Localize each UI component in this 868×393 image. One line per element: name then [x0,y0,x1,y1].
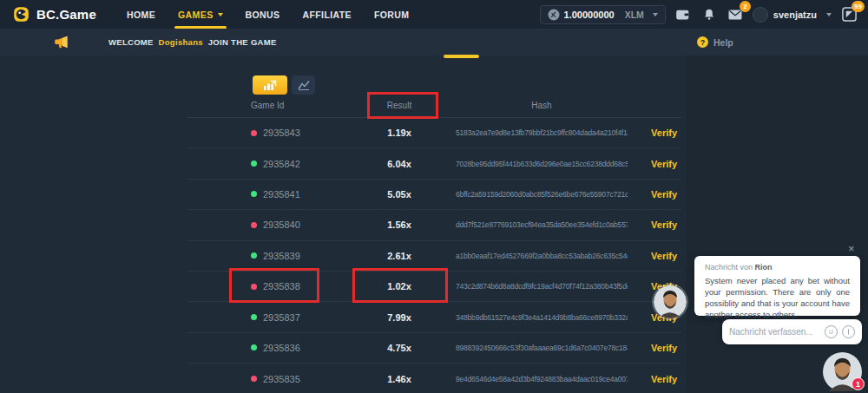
chat-message-text: System never placed any bet without your… [705,275,850,320]
status-dot [251,344,257,350]
game-id: 2935841 [263,189,300,200]
mail-badge: 2 [740,1,751,12]
help-button[interactable]: ? Help [697,36,733,48]
question-icon: ? [697,36,708,48]
nav-item-bonus[interactable]: BONUS [234,0,292,29]
nav-item-forum[interactable]: FORUM [363,0,421,29]
hash-value: ddd7f521e87769103ecf94ea35da50ee354efd1c… [456,220,628,229]
bc-game-page: BC.Game HOME GAMES BONUS AFFILIATE FORUM… [0,0,868,393]
result-value: 1.19x [343,128,456,138]
hash-value: 8988392450666c53f30afaaaea69c1d6a7c0407e… [456,344,628,352]
verify-link[interactable]: Verify [628,374,681,384]
chat-message-card: Nachricht von Rion System never placed a… [694,256,860,316]
chat-sender-name: Rion [755,263,773,272]
result-value: 2.61x [343,251,456,261]
bell-icon[interactable] [700,6,718,23]
status-dot [251,252,257,259]
view-toggles [253,75,315,95]
table-row: 2935835 1.46x 9e4d6546d4e58a42d3b4f92488… [187,364,681,393]
table-row: 2935837 7.99x 348bb9db61527e4c9f3e4a1414… [187,302,681,332]
chat-message-input[interactable] [729,327,820,337]
result-value: 7.99x [343,312,456,323]
table-rows: 2935843 1.19x 5183a2ea7e9d8e13fb79bbf21b… [187,118,681,393]
status-dot [251,130,257,136]
topbar-right: 1.00000000 XLM [540,5,858,24]
status-dot [251,376,257,382]
status-dot [251,314,257,320]
table-row: 2935840 1.56x ddd7f521e87769103ecf94ea35… [187,210,681,240]
emoji-icon[interactable] [825,325,838,338]
result-value: 6.04x [343,159,456,169]
username: svenjatzu [773,10,817,20]
table-row: 2935841 5.05x 6bffc2a59159d2060d0abc85f5… [187,180,681,210]
verify-link[interactable]: Verify [628,343,681,353]
hash-value: a1bb0eaaf17ed4527669f2a0bba8cc53abab26c6… [456,252,628,260]
verify-link[interactable]: Verify [628,189,681,200]
game-id: 2935843 [263,128,300,138]
user-menu[interactable]: svenjatzu [753,7,832,23]
balance-selector[interactable]: 1.00000000 XLM [540,5,666,24]
game-id: 2935837 [263,312,300,323]
welcome-banner: WELCOME Dogishans JOIN THE GAME ? Help [0,29,868,56]
table-header: Game Id Result Hash [187,94,681,118]
result-value: 1.46x [343,374,456,384]
line-chart-toggle[interactable] [292,75,315,95]
chat-input-bar [722,319,862,344]
megaphone-icon [54,36,69,49]
hash-value: 9e4d6546d4e58a42d3b4f924883baa4daac019ce… [456,375,628,383]
verify-link[interactable]: Verify [628,128,681,138]
game-history-table: Game Id Result Hash 2935843 1.19x 5183a2… [187,94,681,393]
verify-link[interactable]: Verify [628,251,681,261]
hash-value: 5183a2ea7e9d8e13fb79bbf21bc9ffc804dada4a… [456,128,628,137]
column-header-game-id: Game Id [187,101,343,110]
chat-message-label: Nachricht von Rion [705,263,850,272]
mail-icon[interactable]: 2 [727,6,744,23]
brand-logo[interactable]: BC.Game [13,6,96,23]
table-row: 2935838 1.02x 743c2d874b6d8a8dcdf9fc19ac… [187,272,681,302]
chat-icon[interactable]: 99 [840,6,858,23]
nav-item-games[interactable]: GAMES [167,0,234,29]
nav-item-home[interactable]: HOME [115,0,167,29]
chevron-down-icon [218,13,223,16]
result-value: 1.02x [343,281,456,291]
game-id: 2935838 [263,281,300,291]
coin-icon [548,9,560,21]
close-icon[interactable]: × [848,242,855,255]
game-id: 2935836 [263,343,300,353]
user-avatar [753,7,768,23]
verify-link[interactable]: Verify [628,219,681,230]
trend-chart-toggle[interactable] [253,75,287,95]
result-value: 1.56x [343,219,456,230]
chat-sender-avatar [654,285,687,318]
verify-link[interactable]: Verify [628,159,681,169]
hash-value: 6bffc2a59159d2060d0abc85f526e6be676e5590… [456,190,628,199]
column-header-result: Result [343,101,456,110]
table-row: 2935839 2.61x a1bb0eaaf17ed4527669f2a0bb… [187,241,681,272]
nav-item-affiliate[interactable]: AFFILIATE [291,0,362,29]
game-id: 2935840 [263,219,300,230]
game-id: 2935842 [263,159,300,169]
table-row: 2935842 6.04x 7028be95dd95f441b633d6d296… [187,148,681,179]
hash-value: 7028be95dd95f441b633d6d296e0ae15cc6238dd… [456,160,628,168]
brand-logo-icon [13,6,30,23]
chat-partner-avatar[interactable]: 1 [823,352,862,391]
column-header-hash: Hash [456,101,628,110]
game-id: 2935835 [263,374,300,384]
attachment-icon[interactable] [842,325,855,338]
chevron-down-icon [653,13,658,16]
chat-badge: 99 [852,1,865,12]
welcome-message: WELCOME Dogishans JOIN THE GAME [108,37,277,47]
hash-value: 348bb9db61527e4c9f3e4a1414d9b8ba66ce8970… [456,313,628,322]
status-dot [251,191,257,197]
game-id: 2935839 [263,251,300,261]
active-tab-indicator [444,55,479,58]
status-dot [251,284,257,290]
status-dot [251,222,257,228]
result-value: 5.05x [343,189,456,200]
wallet-icon[interactable] [674,6,692,23]
top-navbar: BC.Game HOME GAMES BONUS AFFILIATE FORUM… [0,0,868,29]
result-value: 4.75x [343,343,456,353]
unread-badge: 1 [852,377,865,390]
balance-amount: 1.00000000 [564,10,615,20]
main-nav: HOME GAMES BONUS AFFILIATE FORUM [115,0,421,29]
